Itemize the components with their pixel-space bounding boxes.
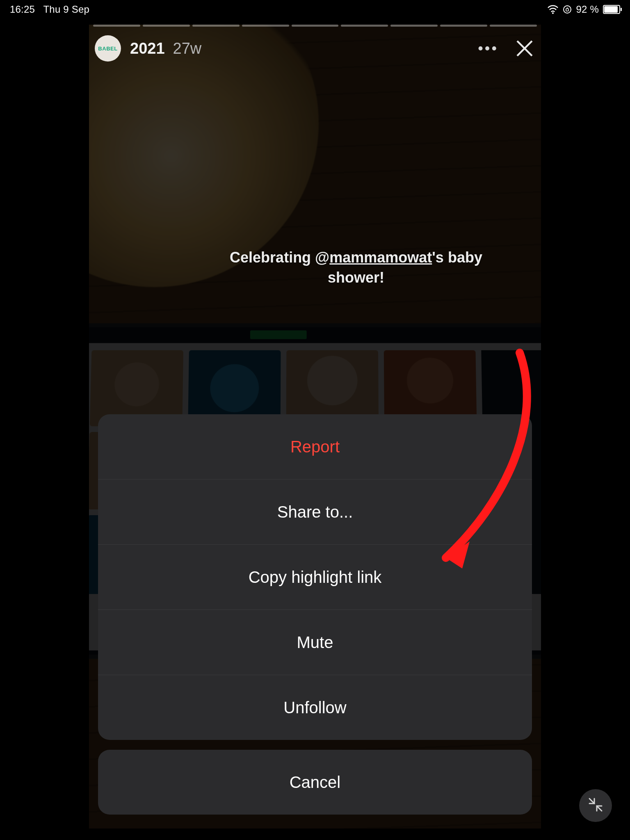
orientation-lock-icon: [563, 5, 572, 14]
avatar[interactable]: BABEL: [95, 35, 121, 62]
story-progress-segment: [192, 25, 240, 27]
story-progress-segment: [440, 25, 487, 27]
highlight-title[interactable]: 2021: [130, 40, 165, 57]
story-view[interactable]: BABEL 2021 27w ••• Celebrating @mammamow…: [89, 25, 541, 829]
action-mute-button[interactable]: Mute: [98, 609, 532, 675]
action-sheet-options: ReportShare to...Copy highlight linkMute…: [98, 414, 532, 740]
svg-point-0: [552, 12, 554, 14]
story-progress-segment: [490, 25, 537, 27]
story-progress-segment: [292, 25, 339, 27]
close-button[interactable]: [514, 38, 535, 59]
status-bar-left: 16:25 Thu 9 Sep: [10, 4, 95, 15]
status-time: 16:25: [10, 4, 35, 15]
story-age: 27w: [173, 40, 202, 57]
battery-percent: 92 %: [576, 4, 599, 15]
story-progress-segment: [341, 25, 388, 27]
status-date: Thu 9 Sep: [43, 4, 90, 15]
story-progress-bar: [93, 25, 537, 27]
status-bar: 16:25 Thu 9 Sep 92 %: [0, 0, 630, 16]
exit-fullscreen-button[interactable]: [579, 789, 612, 822]
action-share-to-button[interactable]: Share to...: [98, 479, 532, 544]
cancel-button[interactable]: Cancel: [98, 750, 532, 815]
svg-point-1: [564, 6, 571, 13]
svg-rect-2: [566, 9, 568, 11]
action-sheet: ReportShare to...Copy highlight linkMute…: [98, 414, 532, 815]
caption-mention[interactable]: mammamowat: [329, 249, 432, 266]
avatar-label: BABEL: [98, 46, 117, 52]
action-label: Share to...: [277, 503, 353, 521]
status-bar-right: 92 %: [547, 4, 620, 15]
more-options-button[interactable]: •••: [472, 37, 504, 59]
story-progress-segment: [143, 25, 190, 27]
story-caption: Celebrating @mammamowat's baby shower!: [89, 248, 541, 288]
cancel-label: Cancel: [290, 773, 341, 792]
caption-prefix: Celebrating @: [230, 249, 329, 266]
action-report-button[interactable]: Report: [98, 414, 532, 479]
action-label: Report: [290, 438, 340, 456]
contract-icon: [587, 796, 604, 815]
wifi-icon: [547, 5, 559, 14]
action-copy-highlight-link-button[interactable]: Copy highlight link: [98, 544, 532, 609]
action-unfollow-button[interactable]: Unfollow: [98, 675, 532, 740]
action-label: Copy highlight link: [249, 568, 382, 587]
action-label: Unfollow: [283, 698, 346, 717]
story-header: BABEL 2021 27w •••: [95, 35, 535, 62]
story-progress-segment: [242, 25, 289, 27]
battery-icon: [603, 5, 620, 14]
story-progress-segment: [390, 25, 438, 27]
action-label: Mute: [297, 633, 333, 652]
story-progress-segment: [93, 25, 140, 27]
